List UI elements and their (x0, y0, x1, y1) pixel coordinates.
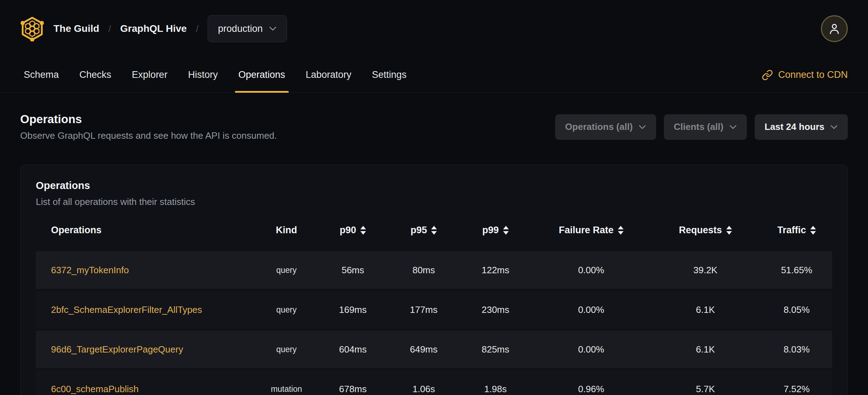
operation-link[interactable]: 96d6_TargetExplorerPageQuery (51, 344, 183, 355)
sort-desc-icon (726, 231, 732, 235)
sort-arrows-icon (503, 226, 509, 235)
tab-bar: SchemaChecksExplorerHistoryOperationsLab… (0, 57, 868, 93)
column-header-p95[interactable]: p95 (388, 225, 459, 236)
operations-card: Operations List of all operations with t… (20, 165, 848, 395)
column-label: Operations (51, 225, 102, 236)
sort-asc-icon (360, 226, 366, 229)
breadcrumb-org[interactable]: The Guild (53, 23, 99, 34)
filter-label: Clients (all) (674, 121, 723, 132)
hive-logo-icon[interactable] (20, 16, 44, 41)
sort-asc-icon (431, 226, 437, 229)
filter-label: Operations (all) (565, 121, 633, 132)
column-header-p99[interactable]: p99 (459, 225, 532, 236)
column-label: p95 (411, 225, 427, 236)
page-subtitle: Observe GraphQL requests and see how the… (20, 130, 277, 141)
table-row: 6c00_schemaPublish mutation 678ms 1.06s … (36, 370, 832, 395)
cell-kind: query (255, 345, 317, 354)
top-bar: The Guild / GraphQL Hive / production (0, 0, 868, 57)
target-select[interactable]: production (208, 15, 287, 42)
sort-desc-icon (503, 231, 509, 235)
column-header-failure-rate[interactable]: Failure Rate (532, 225, 650, 236)
cell-p90: 56ms (317, 265, 388, 276)
sort-asc-icon (618, 226, 624, 229)
user-menu-button[interactable] (821, 15, 848, 42)
column-label: Kind (276, 225, 297, 236)
cell-p90: 678ms (317, 384, 388, 395)
column-label: Requests (679, 225, 722, 236)
sort-desc-icon (431, 231, 437, 235)
filter-last-24-hours[interactable]: Last 24 hours (755, 114, 848, 140)
card-title: Operations (36, 180, 832, 191)
cell-kind: query (255, 305, 317, 315)
table-row: 6372_myTokenInfo query 56ms 80ms 122ms 0… (36, 251, 832, 289)
sort-arrows-icon (618, 226, 624, 235)
sort-asc-icon (503, 226, 509, 229)
cell-requests: 6.1K (650, 344, 760, 355)
cell-traffic: 8.03% (760, 344, 833, 355)
chevron-down-icon (269, 26, 277, 31)
operation-link[interactable]: 6c00_schemaPublish (51, 384, 139, 394)
cell-p95: 80ms (388, 265, 459, 276)
cell-p99: 825ms (459, 344, 532, 355)
connect-to-cdn-button[interactable]: Connect to CDN (762, 69, 848, 81)
breadcrumb-project[interactable]: GraphQL Hive (120, 23, 187, 34)
column-header-traffic[interactable]: Traffic (760, 225, 833, 236)
user-icon (827, 22, 841, 36)
sort-arrows-icon (726, 226, 732, 235)
tab-checks[interactable]: Checks (76, 57, 115, 92)
target-select-value: production (218, 23, 263, 34)
sort-desc-icon (810, 231, 816, 235)
cell-p90: 169ms (317, 304, 388, 315)
tab-history[interactable]: History (185, 57, 221, 92)
column-label: p90 (340, 225, 356, 236)
breadcrumb: The Guild / GraphQL Hive / production (20, 15, 287, 42)
cell-p95: 177ms (388, 304, 459, 315)
filter-operations-all[interactable]: Operations (all) (555, 114, 656, 140)
filter-label: Last 24 hours (765, 121, 824, 132)
card-subtitle: List of all operations with their statis… (36, 196, 832, 207)
cell-operation-name: 6372_myTokenInfo (36, 265, 255, 276)
tab-schema[interactable]: Schema (20, 57, 62, 92)
column-label: p99 (482, 225, 499, 236)
table-body: 6372_myTokenInfo query 56ms 80ms 122ms 0… (36, 251, 832, 395)
column-header-requests[interactable]: Requests (650, 225, 760, 236)
chevron-down-icon (830, 125, 838, 130)
cell-failure-rate: 0.00% (532, 344, 650, 355)
tab-laboratory[interactable]: Laboratory (302, 57, 355, 92)
filter-bar: Operations (all) Clients (all) Last 24 h… (555, 114, 848, 140)
sort-arrows-icon (431, 226, 437, 235)
cell-failure-rate: 0.96% (532, 384, 650, 395)
page-title: Operations (20, 113, 277, 126)
column-label: Failure Rate (559, 225, 614, 236)
sort-asc-icon (726, 226, 732, 229)
filter-clients-all[interactable]: Clients (all) (664, 114, 747, 140)
tab-settings[interactable]: Settings (368, 57, 410, 92)
sort-arrows-icon (360, 226, 366, 235)
cell-p90: 604ms (317, 344, 388, 355)
tab-explorer[interactable]: Explorer (128, 57, 171, 92)
tab-operations[interactable]: Operations (235, 57, 289, 92)
column-header-p90[interactable]: p90 (317, 225, 388, 236)
cell-requests: 39.2K (650, 265, 760, 276)
table-row: 2bfc_SchemaExplorerFilter_AllTypes query… (36, 291, 832, 328)
column-header-kind: Kind (255, 225, 317, 236)
operation-link[interactable]: 2bfc_SchemaExplorerFilter_AllTypes (51, 304, 202, 315)
column-header-operations: Operations (36, 225, 255, 236)
chevron-down-icon (729, 125, 737, 130)
link-chain-icon (762, 69, 773, 81)
sort-desc-icon (360, 231, 366, 235)
cell-traffic: 7.52% (760, 384, 833, 395)
operation-link[interactable]: 6372_myTokenInfo (51, 265, 129, 275)
cell-requests: 6.1K (650, 304, 760, 315)
table-header-row: Operations Kind p90 p95 p99 Failure Rate… (36, 218, 832, 242)
cell-traffic: 51.65% (760, 265, 833, 276)
cell-p95: 649ms (388, 344, 459, 355)
cell-p95: 1.06s (388, 384, 459, 395)
cell-kind: mutation (255, 384, 317, 394)
sort-asc-icon (810, 226, 816, 229)
cell-failure-rate: 0.00% (532, 265, 650, 276)
page-header-text: Operations Observe GraphQL requests and … (20, 113, 277, 141)
cell-failure-rate: 0.00% (532, 304, 650, 315)
cell-p99: 122ms (459, 265, 532, 276)
tabs: SchemaChecksExplorerHistoryOperationsLab… (20, 57, 410, 92)
